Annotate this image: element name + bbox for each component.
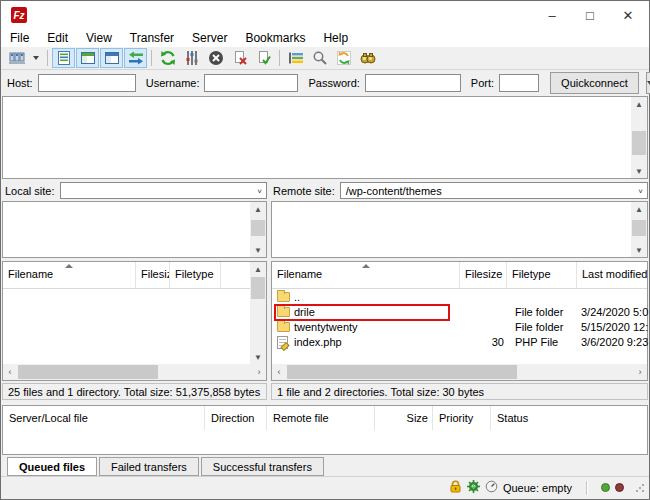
scroll-down-icon[interactable]: ▼ xyxy=(631,164,647,178)
file-name: .. xyxy=(294,291,300,303)
menu-transfer[interactable]: Transfer xyxy=(121,31,183,45)
minimize-button[interactable]: – xyxy=(533,1,571,29)
remote-site-combobox[interactable]: /wp-content/themes ˅ xyxy=(340,182,648,199)
username-input[interactable] xyxy=(204,74,298,92)
toggle-remote-tree-icon[interactable] xyxy=(100,48,123,68)
directory-comparison-icon[interactable] xyxy=(124,48,147,68)
remote-status-label: 1 file and 2 directories. Total size: 30… xyxy=(277,386,484,398)
menu-help[interactable]: Help xyxy=(314,31,357,45)
column-header-filetype[interactable]: Filetype xyxy=(170,262,221,288)
message-log-scrollbar[interactable]: ▲ ▼ xyxy=(631,97,647,178)
file-type: PHP File xyxy=(515,336,558,348)
scrollbar-thumb[interactable] xyxy=(287,365,517,379)
column-header-remote-file[interactable]: Remote file xyxy=(267,406,375,430)
chevron-down-icon[interactable]: ˅ xyxy=(257,187,262,196)
close-button[interactable]: ✕ xyxy=(609,1,647,29)
scroll-down-icon[interactable]: ▼ xyxy=(250,350,266,364)
remote-tree-pane: ▲ ▼ xyxy=(271,201,648,258)
local-file-list-header: Filename Filesize Filetype xyxy=(3,262,266,289)
table-row[interactable]: drile File folder 3/24/2020 5:0 xyxy=(272,305,647,320)
process-queue-icon[interactable] xyxy=(180,48,203,68)
column-header-size[interactable]: Size xyxy=(375,406,433,430)
toggle-local-tree-icon[interactable] xyxy=(76,48,99,68)
host-input[interactable] xyxy=(38,74,136,92)
local-site-row: Local site: ˅ xyxy=(5,181,267,200)
menu-edit[interactable]: Edit xyxy=(38,31,77,45)
tab-queued-files[interactable]: Queued files xyxy=(7,457,97,476)
local-tree-scrollbar[interactable]: ▲ ▼ xyxy=(250,202,266,257)
scroll-left-icon[interactable]: ‹ xyxy=(272,364,286,380)
file-name: drile xyxy=(294,306,315,318)
table-row[interactable]: index.php 30 PHP File 3/6/2020 9:23 xyxy=(272,335,647,350)
scrollbar-thumb[interactable] xyxy=(632,220,646,236)
refresh-icon[interactable] xyxy=(156,48,179,68)
local-site-combobox[interactable]: ˅ xyxy=(60,182,267,199)
remote-tree-scrollbar[interactable]: ▲ ▼ xyxy=(631,202,647,257)
directory-listing-filter-icon[interactable] xyxy=(308,48,331,68)
password-input[interactable] xyxy=(365,74,461,92)
site-manager-icon[interactable] xyxy=(5,48,28,68)
scrollbar-thumb[interactable] xyxy=(632,131,646,155)
synchronized-browsing-icon[interactable] xyxy=(332,48,355,68)
toggle-message-log-icon[interactable] xyxy=(52,48,75,68)
scroll-up-icon[interactable]: ▲ xyxy=(631,202,647,216)
disconnect-icon[interactable] xyxy=(228,48,251,68)
site-manager-dropdown-icon[interactable] xyxy=(29,48,43,68)
column-header-status[interactable]: Status xyxy=(491,406,647,430)
chevron-down-icon[interactable]: ˅ xyxy=(638,187,643,196)
scroll-right-icon[interactable]: › xyxy=(633,364,647,380)
local-file-list: Filename Filesize Filetype ▲ ▼ ‹ › xyxy=(2,261,267,381)
column-header-server-local-file[interactable]: Server/Local file xyxy=(3,406,205,430)
menu-server[interactable]: Server xyxy=(183,31,236,45)
scroll-down-icon[interactable]: ▼ xyxy=(631,243,647,257)
remote-site-label: Remote site: xyxy=(273,185,335,197)
scroll-up-icon[interactable]: ▲ xyxy=(631,97,647,111)
reconnect-icon[interactable] xyxy=(252,48,275,68)
column-header-filesize[interactable]: Filesize xyxy=(460,262,507,288)
find-files-icon[interactable] xyxy=(356,48,379,68)
menu-file[interactable]: File xyxy=(1,31,38,45)
scrollbar-thumb[interactable] xyxy=(18,365,158,379)
remote-site-row: Remote site: /wp-content/themes ˅ xyxy=(273,181,648,200)
scroll-right-icon[interactable]: › xyxy=(252,364,266,380)
table-row[interactable]: twentytwenty File folder 5/15/2020 12: xyxy=(272,320,647,335)
column-header-filesize[interactable]: Filesize xyxy=(136,262,170,288)
filename-filters-icon[interactable] xyxy=(284,48,307,68)
remote-file-list-header: Filename Filesize Filetype Last modified xyxy=(272,262,647,289)
remote-file-list-hscrollbar[interactable]: ‹ › xyxy=(272,364,647,380)
sort-ascending-icon xyxy=(362,264,370,268)
queue-status-text: Queue: empty xyxy=(503,482,572,494)
cancel-operation-icon[interactable] xyxy=(204,48,227,68)
table-row[interactable]: .. xyxy=(272,290,647,305)
quickconnect-dropdown-icon[interactable] xyxy=(646,72,650,94)
tab-successful-transfers[interactable]: Successful transfers xyxy=(201,457,324,476)
column-header-direction[interactable]: Direction xyxy=(205,406,267,430)
folder-icon xyxy=(277,307,290,317)
lock-icon xyxy=(449,480,462,495)
resize-grip[interactable] xyxy=(635,483,645,493)
column-header-filetype[interactable]: Filetype xyxy=(507,262,577,288)
menu-bookmarks[interactable]: Bookmarks xyxy=(236,31,314,45)
quickconnect-button[interactable]: Quickconnect xyxy=(550,72,639,94)
scrollbar-thumb[interactable] xyxy=(251,277,265,299)
quickconnect-bar: Host: Username: Password: Port: Quickcon… xyxy=(1,70,649,95)
svg-text:A: A xyxy=(472,484,476,490)
maximize-button[interactable]: □ xyxy=(571,1,609,29)
toolbar xyxy=(1,47,649,70)
menu-view[interactable]: View xyxy=(77,31,121,45)
scrollbar-thumb[interactable] xyxy=(251,220,265,236)
local-tree-pane: ▲ ▼ xyxy=(2,201,267,258)
scroll-down-icon[interactable]: ▼ xyxy=(250,243,266,257)
scroll-up-icon[interactable]: ▲ xyxy=(250,262,266,276)
file-last-modified: 3/6/2020 9:23 xyxy=(581,336,649,348)
local-file-list-scrollbar[interactable]: ▲ ▼ xyxy=(250,262,266,364)
column-header-last-modified[interactable]: Last modified xyxy=(577,262,649,288)
scroll-left-icon[interactable]: ‹ xyxy=(3,364,17,380)
folder-icon xyxy=(277,322,290,332)
statusbar-separator xyxy=(586,481,587,495)
column-header-priority[interactable]: Priority xyxy=(433,406,491,430)
local-file-list-hscrollbar[interactable]: ‹ › xyxy=(3,364,266,380)
scroll-up-icon[interactable]: ▲ xyxy=(250,202,266,216)
tab-failed-transfers[interactable]: Failed transfers xyxy=(99,457,199,476)
port-input[interactable] xyxy=(499,74,539,92)
